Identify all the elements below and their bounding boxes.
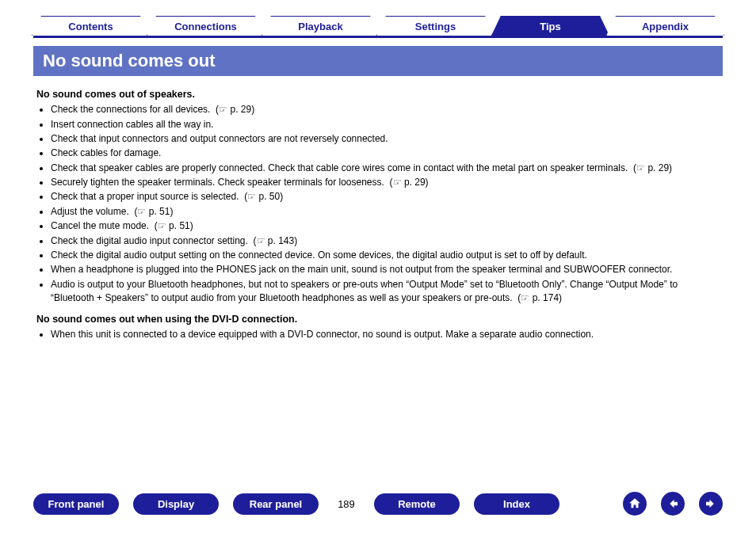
list-item: Check the digital audio output setting o… [51,249,720,262]
item-text: Check cables for damage. [51,147,161,158]
list-item: Check cables for damage. [51,147,720,160]
tab-settings[interactable]: Settings [376,16,494,36]
list-item: Adjust the volume. (☞ p. 51) [51,205,720,219]
page-title: No sound comes out [33,46,723,76]
list-item: Audio is output to your Bluetooth headph… [51,278,720,306]
page-content: No sound comes out of speakers.Check the… [33,76,723,341]
page-ref[interactable]: (☞ p. 29) [384,177,429,188]
home-icon[interactable] [623,492,647,516]
display-button[interactable]: Display [133,493,219,515]
list-item: Check that a proper input source is sele… [51,190,720,204]
list-item: Check that speaker cables are properly c… [51,162,720,175]
section-heading: No sound comes out when using the DVI-D … [36,312,720,326]
tab-connections[interactable]: Connections [147,16,265,36]
page-ref[interactable]: (☞ p. 51) [149,220,193,231]
item-text: Check that a proper input source is sele… [51,191,239,202]
prev-page-icon[interactable] [661,492,685,516]
item-text: Securely tighten the speaker terminals. … [51,177,384,188]
item-text: Check the digital audio input connector … [51,235,248,246]
pointer-icon: ☞ [219,104,227,115]
item-text: Adjust the volume. [51,206,129,217]
list-item: When this unit is connected to a device … [51,328,720,341]
pointer-icon: ☞ [636,162,645,173]
page-ref[interactable]: (☞ p. 29) [210,104,254,115]
list-item: Check the connections for all devices. (… [51,103,720,116]
list-item: Check the digital audio input connector … [51,234,720,248]
footer-bar: Front panel Display Rear panel 189 Remot… [0,492,756,516]
item-text: When a headphone is plugged into the PHO… [51,264,672,275]
section-heading: No sound comes out of speakers. [36,87,720,101]
page-ref[interactable]: (☞ p. 143) [248,235,297,246]
next-page-icon[interactable] [699,492,723,516]
item-text: Check the digital audio output setting o… [51,249,587,261]
rear-panel-button[interactable]: Rear panel [233,493,319,515]
list-item: Check that input connectors and output c… [51,132,720,146]
list-item: Securely tighten the speaker terminals. … [51,176,720,189]
item-text: When this unit is connected to a device … [51,329,594,340]
page-number: 189 [333,498,360,510]
item-text: Check that input connectors and output c… [51,133,388,144]
tab-appendix[interactable]: Appendix [606,16,724,36]
list-item: When a headphone is plugged into the PHO… [51,263,720,276]
pointer-icon: ☞ [158,220,166,231]
top-tabs: ContentsConnectionsPlaybackSettingsTipsA… [33,14,723,38]
pointer-icon: ☞ [247,191,256,202]
item-text: Cancel the mute mode. [51,220,149,231]
item-text: Check that speaker cables are properly c… [51,162,628,173]
pointer-icon: ☞ [257,235,265,246]
item-list: When this unit is connected to a device … [36,328,720,341]
page-ref[interactable]: (☞ p. 174) [513,292,562,303]
front-panel-button[interactable]: Front panel [33,493,119,515]
index-button[interactable]: Index [474,493,559,515]
item-list: Check the connections for all devices. (… [36,103,720,305]
list-item: Insert connection cables all the way in. [51,118,720,131]
page-ref[interactable]: (☞ p. 50) [239,191,283,202]
page-ref[interactable]: (☞ p. 51) [129,206,174,217]
item-text: Audio is output to your Bluetooth headph… [51,279,678,303]
pointer-icon: ☞ [137,206,146,217]
tab-contents[interactable]: Contents [32,16,150,36]
tab-tips[interactable]: Tips [491,16,609,36]
pointer-icon: ☞ [521,292,529,303]
item-text: Insert connection cables all the way in. [51,119,213,130]
page-ref[interactable]: (☞ p. 29) [628,162,672,173]
remote-button[interactable]: Remote [374,493,460,515]
item-text: Check the connections for all devices. [51,104,210,115]
list-item: Cancel the mute mode. (☞ p. 51) [51,219,720,233]
pointer-icon: ☞ [393,177,402,188]
tab-playback[interactable]: Playback [262,16,380,36]
